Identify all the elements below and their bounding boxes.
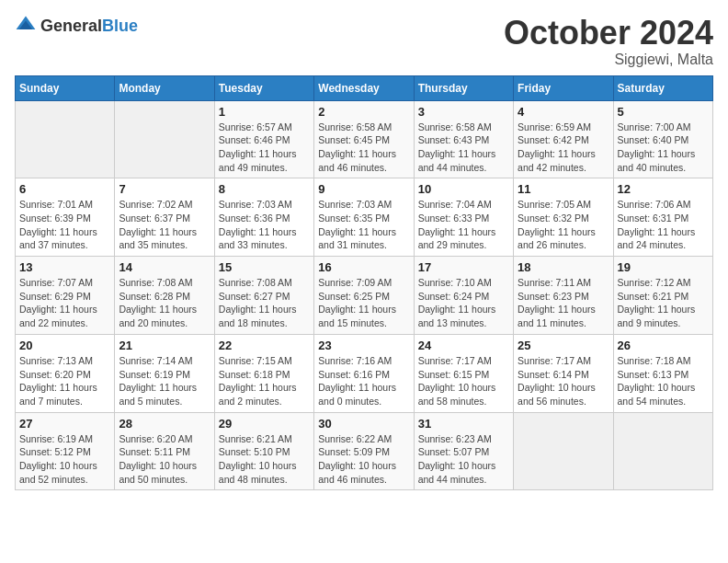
day-cell: 1Sunrise: 6:57 AM Sunset: 6:46 PM Daylig…	[214, 100, 313, 178]
day-cell	[613, 412, 712, 490]
day-number: 4	[518, 105, 609, 119]
day-cell: 28Sunrise: 6:20 AM Sunset: 5:11 PM Dayli…	[115, 412, 214, 490]
weekday-header-sunday: Sunday	[16, 75, 115, 100]
day-detail: Sunrise: 6:58 AM Sunset: 6:45 PM Dayligh…	[318, 121, 409, 175]
day-detail: Sunrise: 6:22 AM Sunset: 5:09 PM Dayligh…	[318, 432, 409, 487]
day-detail: Sunrise: 7:14 AM Sunset: 6:19 PM Dayligh…	[119, 354, 210, 408]
day-cell: 21Sunrise: 7:14 AM Sunset: 6:19 PM Dayli…	[115, 334, 214, 412]
day-cell	[115, 100, 214, 178]
calendar-header: SundayMondayTuesdayWednesdayThursdayFrid…	[16, 75, 713, 100]
logo-general: General	[40, 17, 102, 35]
day-detail: Sunrise: 6:57 AM Sunset: 6:46 PM Dayligh…	[219, 121, 310, 175]
day-detail: Sunrise: 7:00 AM Sunset: 6:40 PM Dayligh…	[618, 121, 709, 175]
day-cell: 25Sunrise: 7:17 AM Sunset: 6:14 PM Dayli…	[514, 334, 613, 412]
title-area: October 2024 Siggiewi, Malta	[504, 15, 713, 68]
day-detail: Sunrise: 7:17 AM Sunset: 6:15 PM Dayligh…	[418, 354, 509, 408]
day-cell: 7Sunrise: 7:02 AM Sunset: 6:37 PM Daylig…	[115, 178, 214, 257]
day-detail: Sunrise: 6:59 AM Sunset: 6:42 PM Dayligh…	[518, 121, 609, 175]
day-number: 23	[318, 339, 409, 352]
day-detail: Sunrise: 7:03 AM Sunset: 6:36 PM Dayligh…	[219, 198, 310, 252]
day-number: 8	[219, 182, 310, 196]
weekday-header-wednesday: Wednesday	[314, 75, 414, 100]
day-cell: 3Sunrise: 6:58 AM Sunset: 6:43 PM Daylig…	[414, 100, 513, 178]
day-detail: Sunrise: 6:21 AM Sunset: 5:10 PM Dayligh…	[219, 432, 310, 487]
day-cell: 26Sunrise: 7:18 AM Sunset: 6:13 PM Dayli…	[613, 334, 712, 412]
day-cell: 8Sunrise: 7:03 AM Sunset: 6:36 PM Daylig…	[214, 178, 313, 257]
page-header: GeneralBlue October 2024 Siggiewi, Malta	[15, 15, 713, 68]
logo-blue: Blue	[102, 17, 138, 35]
day-number: 2	[318, 105, 409, 119]
day-cell: 27Sunrise: 6:19 AM Sunset: 5:12 PM Dayli…	[16, 412, 115, 490]
day-cell: 2Sunrise: 6:58 AM Sunset: 6:45 PM Daylig…	[314, 100, 414, 178]
day-cell: 11Sunrise: 7:05 AM Sunset: 6:32 PM Dayli…	[514, 178, 613, 257]
day-number: 7	[119, 182, 210, 196]
day-number: 31	[418, 417, 509, 431]
day-detail: Sunrise: 7:03 AM Sunset: 6:35 PM Dayligh…	[318, 198, 409, 252]
weekday-header-row: SundayMondayTuesdayWednesdayThursdayFrid…	[16, 75, 713, 100]
day-cell: 17Sunrise: 7:10 AM Sunset: 6:24 PM Dayli…	[414, 257, 513, 335]
week-row-5: 27Sunrise: 6:19 AM Sunset: 5:12 PM Dayli…	[16, 412, 713, 490]
day-number: 16	[318, 260, 409, 274]
day-cell	[16, 100, 115, 178]
day-detail: Sunrise: 7:12 AM Sunset: 6:21 PM Dayligh…	[618, 276, 709, 330]
day-cell: 24Sunrise: 7:17 AM Sunset: 6:15 PM Dayli…	[414, 334, 513, 412]
day-detail: Sunrise: 7:04 AM Sunset: 6:33 PM Dayligh…	[418, 198, 509, 252]
day-cell: 20Sunrise: 7:13 AM Sunset: 6:20 PM Dayli…	[16, 334, 115, 412]
day-cell: 29Sunrise: 6:21 AM Sunset: 5:10 PM Dayli…	[214, 412, 313, 490]
location-subtitle: Siggiewi, Malta	[504, 52, 713, 68]
day-cell: 10Sunrise: 7:04 AM Sunset: 6:33 PM Dayli…	[414, 178, 513, 257]
day-cell: 4Sunrise: 6:59 AM Sunset: 6:42 PM Daylig…	[514, 100, 613, 178]
week-row-3: 13Sunrise: 7:07 AM Sunset: 6:29 PM Dayli…	[16, 257, 713, 335]
day-detail: Sunrise: 6:19 AM Sunset: 5:12 PM Dayligh…	[19, 432, 110, 487]
day-number: 29	[219, 417, 310, 431]
day-number: 22	[219, 339, 310, 352]
weekday-header-thursday: Thursday	[414, 75, 513, 100]
day-cell: 13Sunrise: 7:07 AM Sunset: 6:29 PM Dayli…	[16, 257, 115, 335]
day-number: 10	[418, 182, 509, 196]
logo: GeneralBlue	[15, 15, 138, 37]
day-number: 9	[318, 182, 409, 196]
day-detail: Sunrise: 7:09 AM Sunset: 6:25 PM Dayligh…	[318, 276, 409, 330]
day-number: 28	[119, 417, 210, 431]
day-number: 17	[418, 260, 509, 274]
day-number: 25	[518, 339, 609, 352]
week-row-2: 6Sunrise: 7:01 AM Sunset: 6:39 PM Daylig…	[16, 178, 713, 257]
month-title: October 2024	[504, 15, 713, 52]
day-number: 19	[618, 260, 709, 274]
day-number: 15	[219, 260, 310, 274]
day-detail: Sunrise: 7:01 AM Sunset: 6:39 PM Dayligh…	[19, 198, 110, 252]
day-detail: Sunrise: 7:08 AM Sunset: 6:27 PM Dayligh…	[219, 276, 310, 330]
day-cell: 6Sunrise: 7:01 AM Sunset: 6:39 PM Daylig…	[16, 178, 115, 257]
day-number: 14	[119, 260, 210, 274]
day-cell: 23Sunrise: 7:16 AM Sunset: 6:16 PM Dayli…	[314, 334, 414, 412]
day-number: 6	[19, 182, 110, 196]
day-cell: 19Sunrise: 7:12 AM Sunset: 6:21 PM Dayli…	[613, 257, 712, 335]
day-number: 12	[618, 182, 709, 196]
weekday-header-friday: Friday	[514, 75, 613, 100]
day-number: 26	[618, 339, 709, 352]
day-detail: Sunrise: 7:02 AM Sunset: 6:37 PM Dayligh…	[119, 198, 210, 252]
day-cell: 31Sunrise: 6:23 AM Sunset: 5:07 PM Dayli…	[414, 412, 513, 490]
day-detail: Sunrise: 7:05 AM Sunset: 6:32 PM Dayligh…	[518, 198, 609, 252]
weekday-header-monday: Monday	[115, 75, 214, 100]
day-detail: Sunrise: 7:13 AM Sunset: 6:20 PM Dayligh…	[19, 354, 110, 408]
day-number: 3	[418, 105, 509, 119]
day-detail: Sunrise: 7:06 AM Sunset: 6:31 PM Dayligh…	[618, 198, 709, 252]
day-cell: 18Sunrise: 7:11 AM Sunset: 6:23 PM Dayli…	[514, 257, 613, 335]
day-detail: Sunrise: 7:10 AM Sunset: 6:24 PM Dayligh…	[418, 276, 509, 330]
day-detail: Sunrise: 7:08 AM Sunset: 6:28 PM Dayligh…	[119, 276, 210, 330]
day-number: 27	[19, 417, 110, 431]
week-row-1: 1Sunrise: 6:57 AM Sunset: 6:46 PM Daylig…	[16, 100, 713, 178]
day-cell: 12Sunrise: 7:06 AM Sunset: 6:31 PM Dayli…	[613, 178, 712, 257]
calendar-table: SundayMondayTuesdayWednesdayThursdayFrid…	[15, 75, 713, 491]
day-detail: Sunrise: 7:11 AM Sunset: 6:23 PM Dayligh…	[518, 276, 609, 330]
day-cell: 15Sunrise: 7:08 AM Sunset: 6:27 PM Dayli…	[214, 257, 313, 335]
day-number: 24	[418, 339, 509, 352]
day-cell: 22Sunrise: 7:15 AM Sunset: 6:18 PM Dayli…	[214, 334, 313, 412]
day-cell	[514, 412, 613, 490]
day-cell: 9Sunrise: 7:03 AM Sunset: 6:35 PM Daylig…	[314, 178, 414, 257]
day-detail: Sunrise: 6:58 AM Sunset: 6:43 PM Dayligh…	[418, 121, 509, 175]
logo-icon	[15, 15, 37, 37]
day-detail: Sunrise: 6:23 AM Sunset: 5:07 PM Dayligh…	[418, 432, 509, 487]
day-cell: 5Sunrise: 7:00 AM Sunset: 6:40 PM Daylig…	[613, 100, 712, 178]
